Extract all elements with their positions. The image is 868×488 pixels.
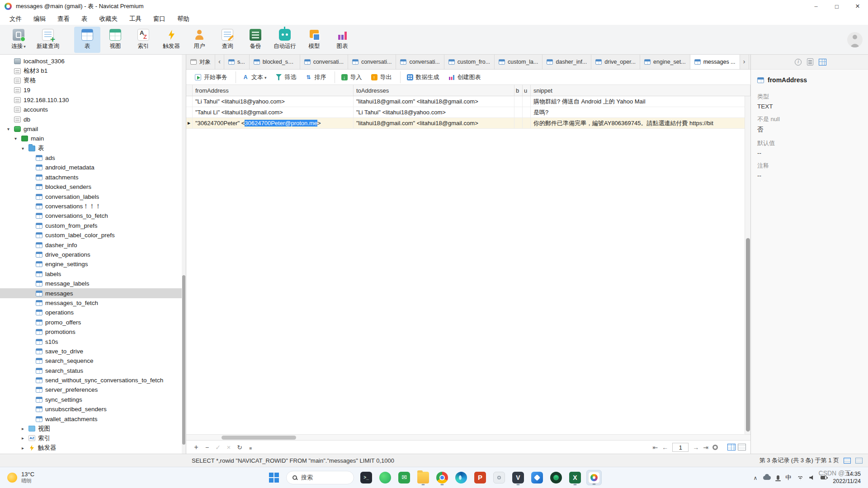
user-avatar[interactable] (847, 32, 863, 47)
menu-item[interactable]: 收藏夹 (94, 13, 124, 25)
taskbar-app[interactable] (548, 470, 564, 485)
table-row[interactable]: "Li Tahui" <litahui18@yahoo.com> "litahu… (186, 96, 750, 107)
tree-item[interactable]: messages (0, 288, 186, 298)
tree-item[interactable]: custom_label_color_prefs (0, 230, 186, 240)
tree-item[interactable]: 资格 (0, 76, 186, 85)
tray-overflow-chevron-icon[interactable] (754, 474, 758, 481)
taskbar-app[interactable] (510, 470, 526, 485)
tree-expand-arrow-icon[interactable] (22, 436, 28, 441)
tab[interactable] (740, 55, 749, 69)
form-view-toggle-icon[interactable] (738, 444, 746, 450)
sidebar-scrollbar[interactable] (182, 55, 186, 454)
toolbar-button[interactable]: 视图 (102, 27, 128, 53)
volume-icon[interactable] (809, 475, 815, 480)
taskbar-app[interactable] (586, 470, 602, 485)
tree-item[interactable]: attachments (0, 173, 186, 182)
first-page-button[interactable] (653, 444, 658, 451)
menu-item[interactable]: 窗口 (147, 13, 171, 25)
taskbar-app[interactable] (491, 470, 507, 485)
column-header[interactable]: b (514, 85, 523, 96)
column-header[interactable] (186, 85, 193, 96)
cell-u[interactable] (523, 96, 531, 107)
statusbar-form-icon[interactable] (855, 458, 863, 464)
cell-fromAddress[interactable]: "30624700Peter" <30624700Peter@proton.me… (193, 118, 354, 128)
taskbar-app[interactable] (415, 470, 431, 485)
delete-record-button[interactable] (202, 444, 212, 451)
table-toolbar-button[interactable]: 导出 (367, 71, 396, 83)
column-header[interactable]: toAddresses (354, 85, 514, 96)
discard-changes-button[interactable] (223, 443, 234, 451)
grid-vertical-scrollbar[interactable] (745, 96, 750, 434)
tree-item[interactable]: 触发器 (0, 443, 186, 453)
tree-item[interactable]: 视图 (0, 424, 186, 433)
tree-item[interactable]: messages_to_fetch (0, 298, 186, 308)
cell-toAddresses[interactable]: "Li Tahui" <litahui18@yahoo.com> (354, 107, 514, 117)
toolbar-button[interactable]: 触发器 (158, 27, 184, 53)
previous-page-button[interactable] (662, 444, 668, 451)
tree-expand-arrow-icon[interactable] (14, 136, 21, 141)
table-toolbar-button[interactable]: 创建图表 (444, 71, 485, 83)
tree-item[interactable]: 表 (0, 144, 186, 153)
tree-item[interactable]: accounts (0, 105, 186, 114)
column-header[interactable]: fromAddress (193, 85, 354, 96)
tree-item[interactable]: dasher_info (0, 240, 186, 249)
toolbar-button[interactable]: 索引 (130, 27, 156, 53)
tree-item[interactable]: 192.168.110.130 (0, 95, 186, 105)
tree-item[interactable]: operations (0, 308, 186, 317)
cell-b[interactable] (514, 118, 523, 128)
add-record-button[interactable] (191, 443, 202, 451)
close-button[interactable] (847, 0, 868, 13)
table-toolbar-button[interactable]: 数据生成 (400, 71, 443, 83)
tree-item[interactable]: conversations！！！ (0, 202, 186, 211)
taskbar-app[interactable] (396, 470, 412, 485)
stop-button[interactable] (245, 444, 256, 451)
taskbar-search[interactable]: 搜索 (286, 471, 354, 484)
weather-widget[interactable]: 13°C 晴朗 (0, 471, 42, 484)
last-page-button[interactable] (703, 444, 708, 451)
taskbar-app[interactable] (453, 470, 469, 485)
tree-expand-arrow-icon[interactable] (22, 426, 28, 431)
tree-item[interactable]: promo_offers (0, 318, 186, 327)
tab[interactable]: engine_set... (640, 55, 690, 69)
tab[interactable] (215, 55, 224, 69)
next-page-button[interactable] (693, 444, 699, 451)
taskbar-app[interactable] (472, 470, 488, 485)
tree-item[interactable]: unsubscribed_senders (0, 404, 186, 414)
tree-item[interactable]: labels (0, 269, 186, 279)
menu-item[interactable]: 编辑 (28, 13, 52, 25)
cell-toAddresses[interactable]: "litahui18@gmail.com" <litahui18@gmail.c… (354, 96, 514, 107)
grid-horizontal-scrollbar-thumb[interactable] (222, 436, 296, 440)
apply-changes-button[interactable] (212, 444, 223, 451)
start-button[interactable] (266, 470, 282, 485)
tree-item[interactable]: save_to_drive (0, 347, 186, 356)
taskbar-app[interactable] (377, 470, 393, 485)
tab[interactable]: conversati... (300, 55, 348, 69)
menu-item[interactable]: 帮助 (171, 13, 195, 25)
tree-item[interactable]: custom_from_prefs (0, 221, 186, 230)
toolbar-button[interactable]: 新建查询 (33, 27, 62, 53)
wifi-icon[interactable] (797, 475, 803, 480)
tree-item[interactable]: engine_settings (0, 259, 186, 269)
toolbar-button[interactable]: 图表 (329, 27, 355, 53)
cell-fromAddress[interactable]: "Li Tahui" <litahui18@yahoo.com> (193, 96, 354, 107)
tree-item[interactable]: 19 (0, 85, 186, 95)
battery-icon[interactable] (821, 476, 827, 479)
menu-item[interactable]: 文件 (4, 13, 28, 25)
tree-item[interactable]: main (0, 134, 186, 143)
toolbar-button[interactable]: 备份 (242, 27, 269, 53)
tree-item[interactable]: sync_settings (0, 395, 186, 404)
tree-expand-arrow-icon[interactable] (7, 127, 14, 131)
onedrive-cloud-icon[interactable] (763, 476, 771, 480)
toolbar-button[interactable]: 自动运行 (270, 27, 299, 53)
tree-item[interactable]: conversations_to_fetch (0, 211, 186, 221)
ddl-icon[interactable] (807, 58, 813, 66)
table-toolbar-button[interactable]: 文本 (236, 71, 271, 83)
tree-expand-arrow-icon[interactable] (22, 146, 28, 151)
tree-item[interactable]: ads (0, 153, 186, 163)
tree-item[interactable]: gmail (0, 124, 186, 134)
tab[interactable]: conversati... (348, 55, 396, 69)
tab[interactable]: dasher_inf... (542, 55, 591, 69)
cell-snippet[interactable]: 你的郵件已準備完畢，編號AY806369745。請點選連結付費 https://… (531, 118, 750, 128)
statusbar-grid-icon[interactable] (844, 458, 851, 464)
clock[interactable]: 14:35 2022/11/24 (833, 470, 861, 485)
